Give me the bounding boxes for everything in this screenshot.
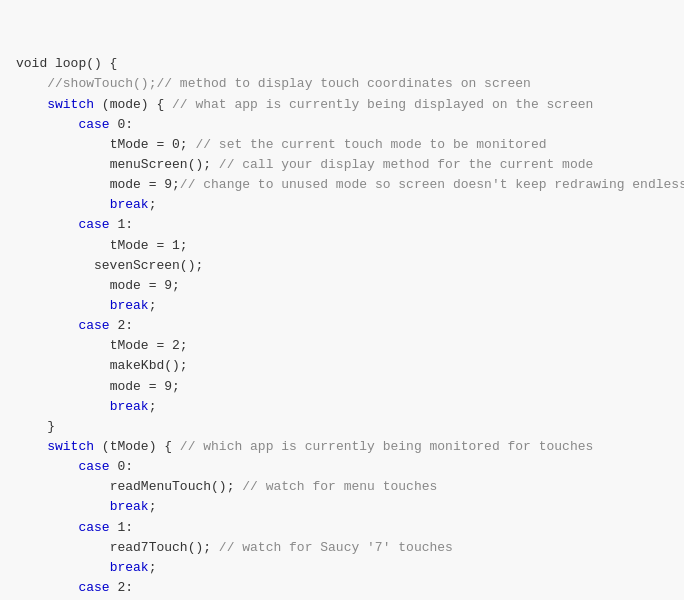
code-container: void loop() { //showTouch();// method to… [0,0,684,600]
code-token-normal: 2: [110,318,133,333]
code-line: case 0: [16,457,668,477]
code-token-comment: // change to unused mode so screen doesn… [180,177,684,192]
code-token-comment: // set the current touch mode to be moni… [195,137,546,152]
code-line: switch (tMode) { // which app is current… [16,437,668,457]
code-line: tMode = 2; [16,336,668,356]
code-token-normal: read7Touch(); [110,540,219,555]
code-token-normal: ; [149,499,157,514]
code-line: case 2: [16,578,668,598]
code-line: menuScreen(); // call your display metho… [16,155,668,175]
code-token-comment: // what app is currently being displayed… [172,97,593,112]
code-token-comment: // watch for Saucy '7' touches [219,540,453,555]
code-token-keyword: break [110,197,149,212]
code-line: read7Touch(); // watch for Saucy '7' tou… [16,538,668,558]
code-token-normal: makeKbd(); [110,358,188,373]
code-line: //showTouch();// method to display touch… [16,74,668,94]
code-block: void loop() { //showTouch();// method to… [0,10,684,600]
code-token-comment: // call your display method for the curr… [219,157,593,172]
code-line: mode = 9; [16,276,668,296]
code-token-normal: tMode = 2; [110,338,188,353]
code-token-comment: // watch for menu touches [242,479,437,494]
code-token-comment: //showTouch();// method to display touch… [47,76,531,91]
code-line: } [16,417,668,437]
code-line: mode = 9;// change to unused mode so scr… [16,175,668,195]
code-token-normal: ; [149,399,157,414]
code-token-normal: ; [149,298,157,313]
code-token-keyword: case [78,318,109,333]
code-token-keyword: case [78,117,109,132]
code-token-normal: sevenScreen(); [94,258,203,273]
code-line: tMode = 1; [16,236,668,256]
code-line: mode = 9; [16,377,668,397]
code-token-keyword: case [78,217,109,232]
code-token-normal: 0: [110,459,133,474]
code-line: break; [16,195,668,215]
code-token-normal: readMenuTouch(); [110,479,243,494]
code-token-comment: // which app is currently being monitore… [180,439,593,454]
code-line: case 0: [16,115,668,135]
code-line: case 2: [16,316,668,336]
code-token-keyword: break [110,499,149,514]
code-line: readMenuTouch(); // watch for menu touch… [16,477,668,497]
code-line: switch (mode) { // what app is currently… [16,95,668,115]
code-token-normal: ; [149,560,157,575]
code-token-normal: 1: [110,217,133,232]
code-line: break; [16,558,668,578]
code-token-normal: 1: [110,520,133,535]
code-token-keyword: case [78,520,109,535]
code-line: case 1: [16,215,668,235]
code-token-normal: void loop() { [16,56,117,71]
code-token-normal: (tMode) { [94,439,180,454]
code-token-keyword: break [110,399,149,414]
code-token-normal: ; [149,197,157,212]
code-token-normal: mode = 9; [110,278,180,293]
code-token-normal: mode = 9; [110,379,180,394]
code-token-normal: (mode) { [94,97,172,112]
code-token-keyword: switch [47,439,94,454]
code-line: tMode = 0; // set the current touch mode… [16,135,668,155]
code-line: sevenScreen(); [16,256,668,276]
code-token-normal: menuScreen(); [110,157,219,172]
code-token-keyword: break [110,560,149,575]
code-token-normal: 2: [110,580,133,595]
code-token-keyword: case [78,459,109,474]
code-line: break; [16,497,668,517]
code-token-keyword: case [78,580,109,595]
code-token-normal: } [47,419,55,434]
code-line: case 1: [16,518,668,538]
code-token-normal: tMode = 1; [110,238,188,253]
code-token-normal: 0: [110,117,133,132]
code-token-keyword: break [110,298,149,313]
code-line: break; [16,296,668,316]
code-token-keyword: switch [47,97,94,112]
code-line: break; [16,397,668,417]
code-token-normal: tMode = 0; [110,137,196,152]
code-line: makeKbd(); [16,356,668,376]
code-token-normal: mode = 9; [110,177,180,192]
code-line: void loop() { [16,54,668,74]
